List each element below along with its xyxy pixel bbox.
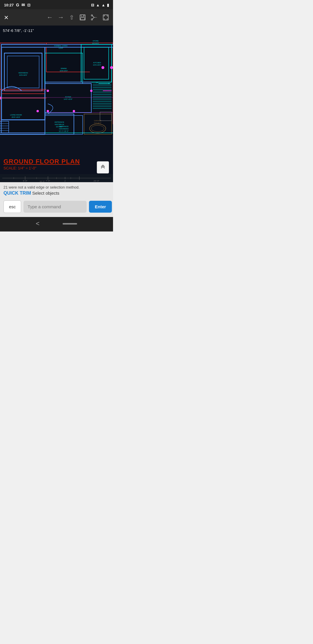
svg-text:FORMAL LIVING: FORMAL LIVING — [54, 45, 68, 47]
status-time: 10:27 — [4, 3, 14, 7]
svg-text:ENTRANCE: ENTRANCE — [59, 126, 68, 127]
svg-point-71 — [90, 90, 92, 92]
signal-icon: ▲ — [101, 3, 105, 7]
svg-text:STORE: STORE — [93, 40, 99, 42]
svg-text:66'-9": 66'-9" — [40, 180, 45, 182]
command-prompt: QUICK TRIM Select objects — [3, 191, 110, 196]
svg-text:×15'0": ×15'0" — [59, 47, 63, 49]
svg-text:DINING: DINING — [61, 68, 67, 69]
svg-text:UP: UP — [96, 82, 98, 83]
scroll-top-button[interactable] — [97, 161, 109, 173]
scissors-button[interactable] — [91, 14, 97, 21]
svg-rect-2 — [81, 18, 85, 20]
svg-text:VESTIBULE: VESTIBULE — [54, 124, 64, 125]
lower-cad-section: 9'-9" 7'-9" z 20'-9" 66'-9" GROUND FLOOR… — [0, 136, 113, 182]
svg-text:LIVING ROOM: LIVING ROOM — [10, 114, 22, 116]
svg-point-73 — [110, 66, 113, 69]
svg-text:10'0×8'0": 10'0×8'0" — [92, 42, 99, 44]
svg-point-70 — [47, 90, 49, 92]
svg-text:9'-9"×19'-3": 9'-9"×19'-3" — [94, 122, 101, 124]
svg-text:10'0×16'6": 10'0×16'6" — [19, 74, 27, 76]
svg-text:12'-1"×19'-6": 12'-1"×19'-6" — [59, 130, 69, 132]
home-indicator[interactable] — [63, 223, 77, 225]
notification-icon: ⊡ — [27, 3, 30, 7]
enter-button[interactable]: Enter — [89, 201, 112, 213]
svg-line-5 — [92, 17, 94, 19]
floor-plan-title: GROUND FLOOR PLAN — [3, 158, 110, 165]
wifi-icon: ▲ — [96, 3, 100, 7]
svg-text:VERANDAH: VERANDAH — [18, 72, 28, 74]
command-area: 21 were not a valid edge or selection me… — [0, 182, 113, 198]
svg-text:z: z — [65, 180, 66, 182]
svg-line-4 — [92, 15, 94, 17]
undo-button[interactable]: ← — [47, 14, 53, 21]
share-button[interactable]: ⇧ — [69, 14, 74, 21]
esc-button[interactable]: esc — [3, 200, 21, 213]
command-status-message: 21 were not a valid edge or selection me… — [3, 185, 110, 189]
bottom-navigation: < — [0, 217, 113, 231]
input-row: esc Enter — [0, 198, 113, 217]
svg-point-76 — [37, 110, 39, 112]
svg-text:7'-9": 7'-9" — [46, 180, 50, 182]
command-input[interactable] — [23, 201, 87, 213]
floor-plan-scale: SCALE: 1/4" = 1'-0" — [3, 166, 110, 170]
svg-text:ENTRANCE: ENTRANCE — [54, 121, 64, 123]
close-button[interactable]: × — [4, 13, 8, 22]
cast-icon: ⊟ — [91, 3, 94, 7]
svg-text:22'0×15'0": 22'0×15'0" — [93, 64, 101, 66]
toolbar: × ← → ⇧ — [0, 9, 113, 26]
svg-rect-3 — [83, 15, 84, 16]
fullscreen-button[interactable] — [103, 14, 109, 21]
svg-point-74 — [47, 110, 49, 112]
google-icon: G — [16, 3, 19, 7]
svg-text:16'9×15'0": 16'9×15'0" — [60, 70, 68, 72]
svg-text:9'-9": 9'-9" — [23, 180, 28, 182]
svg-text:25'0"×15'0": 25'0"×15'0" — [12, 116, 20, 118]
battery-icon: ▮ — [107, 3, 109, 7]
save-button[interactable] — [79, 14, 86, 21]
svg-text:20'-9": 20'-9" — [94, 180, 99, 182]
svg-text:14'0"×15'9": 14'0"×15'9" — [64, 98, 72, 100]
cad-canvas[interactable]: 574'-6 7/8", -1'-11" VERANDAH 10'0×16'6"… — [0, 26, 113, 136]
redo-button[interactable]: → — [58, 14, 64, 21]
svg-text:VERANDAH: VERANDAH — [59, 128, 68, 130]
ruler-area: 9'-9" 7'-9" z 20'-9" 66'-9" — [0, 174, 113, 182]
status-bar: 10:27 G ✉ ⊡ ⊟ ▲ ▲ ▮ — [0, 0, 113, 9]
svg-rect-10 — [0, 26, 113, 136]
svg-text:KITCHEN: KITCHEN — [93, 62, 101, 64]
command-highlight: QUICK TRIM — [3, 191, 31, 196]
svg-point-72 — [101, 66, 104, 69]
command-action: Select objects — [32, 191, 59, 196]
svg-point-75 — [73, 110, 75, 112]
mail-icon: ✉ — [21, 3, 25, 7]
back-button[interactable]: < — [36, 220, 40, 227]
